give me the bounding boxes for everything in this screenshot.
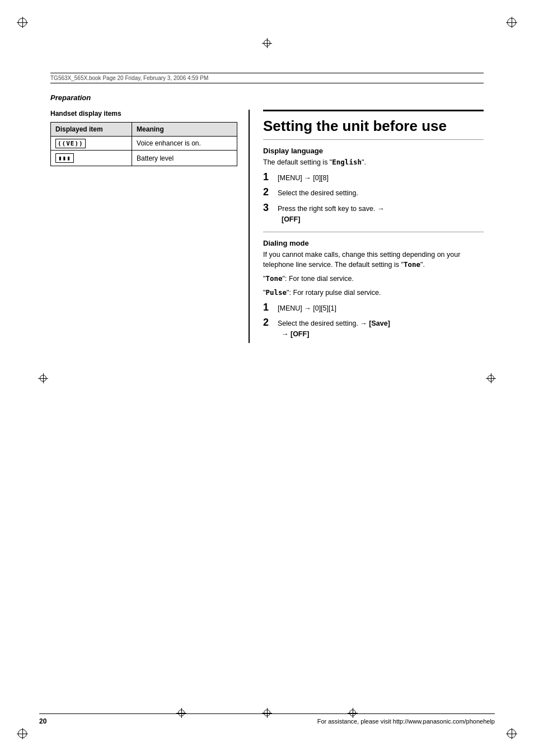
- handset-display-title: Handset display items: [50, 110, 237, 118]
- symbol-ve-cell: ((VE)): [51, 137, 132, 151]
- step-2-display-lang: 2 Select the desired setting.: [263, 186, 484, 199]
- mid-crosshair-top: [262, 38, 272, 48]
- file-info-bar: TG563X_565X.book Page 20 Friday, Februar…: [50, 73, 484, 83]
- step-3-main-text: Press the right soft key to save. →: [278, 205, 384, 213]
- top-border-line: [263, 110, 484, 111]
- mid-crosshair-left: [38, 373, 48, 383]
- corner-crosshair-bl: [17, 728, 28, 739]
- footer-assistance-text: For assistance, please visit http://www.…: [317, 718, 495, 725]
- corner-crosshair-tr: [506, 17, 517, 28]
- page-title: Setting the unit before use: [263, 118, 484, 140]
- left-column: Handset display items Displayed item Mea…: [50, 110, 250, 343]
- section-heading: Preparation: [50, 93, 484, 102]
- corner-crosshair-tl: [17, 17, 28, 28]
- step-2-dial-text: Select the desired setting. → [Save] → […: [278, 318, 484, 340]
- dialing-default-val: Tone: [404, 260, 420, 269]
- corner-crosshair-br: [506, 728, 517, 739]
- battery-symbol: ▮▮▮: [55, 153, 74, 163]
- right-column: Setting the unit before use Display lang…: [250, 110, 484, 343]
- pulse-line: "Pulse": For rotary pulse dial service.: [263, 288, 484, 298]
- step-1-dialing: 1 [MENU] → [0][5][1]: [263, 302, 484, 314]
- ve-meaning: Voice enhancer is on.: [132, 137, 237, 151]
- tone-word: Tone: [265, 274, 282, 283]
- display-language-intro-text: The default setting is ": [263, 158, 332, 166]
- display-language-heading: Display language: [263, 147, 484, 155]
- dialing-mode-heading: Dialing mode: [263, 239, 484, 247]
- ve-symbol: ((VE)): [55, 139, 86, 148]
- tone-line: "Tone": For tone dial service.: [263, 274, 484, 284]
- pulse-word: Pulse: [265, 288, 287, 297]
- handset-display-table: Displayed item Meaning ((VE)) Voice enha…: [50, 122, 237, 166]
- step-1-dial-cmd: [MENU] → [0][5][1]: [278, 303, 484, 314]
- step-number-1: 1: [263, 171, 275, 184]
- table-col2-header: Meaning: [132, 123, 237, 137]
- step-3-cmd: [OFF]: [282, 215, 300, 223]
- step-number-1-dial: 1: [263, 302, 275, 314]
- two-column-layout: Handset display items Displayed item Mea…: [50, 110, 484, 343]
- content-area: TG563X_565X.book Page 20 Friday, Februar…: [50, 73, 484, 689]
- step-2-dialing: 2 Select the desired setting. → [Save] →…: [263, 317, 484, 340]
- step-2-text: Select the desired setting.: [278, 188, 484, 199]
- mid-crosshair-right: [486, 373, 496, 383]
- step-3-display-lang: 3 Press the right soft key to save. → [O…: [263, 202, 484, 225]
- step2-save-cmd: [Save]: [369, 320, 390, 327]
- step2-off-cmd: [OFF]: [291, 330, 309, 338]
- file-info-text: TG563X_565X.book Page 20 Friday, Februar…: [50, 75, 208, 81]
- battery-meaning: Battery level: [132, 151, 237, 166]
- symbol-battery-cell: ▮▮▮: [51, 151, 132, 166]
- table-col1-header: Displayed item: [51, 123, 132, 137]
- step-1-display-lang: 1 [MENU] → [0][8]: [263, 171, 484, 184]
- step-number-2-dial: 2: [263, 317, 275, 329]
- table-row: ▮▮▮ Battery level: [51, 151, 237, 166]
- display-language-default: English: [332, 158, 362, 166]
- display-language-intro: The default setting is "English".: [263, 157, 484, 168]
- page-number: 20: [39, 717, 46, 725]
- page-footer: 20 For assistance, please visit http://w…: [39, 713, 495, 725]
- step-1-cmd: [MENU] → [0][8]: [278, 173, 484, 184]
- step-number-3: 3: [263, 202, 275, 214]
- dialing-mode-intro: If you cannot make calls, change this se…: [263, 250, 484, 271]
- step-3-text: Press the right soft key to save. → [OFF…: [278, 204, 484, 225]
- step-number-2: 2: [263, 186, 275, 199]
- table-row: ((VE)) Voice enhancer is on.: [51, 137, 237, 151]
- section-divider: [263, 232, 484, 232]
